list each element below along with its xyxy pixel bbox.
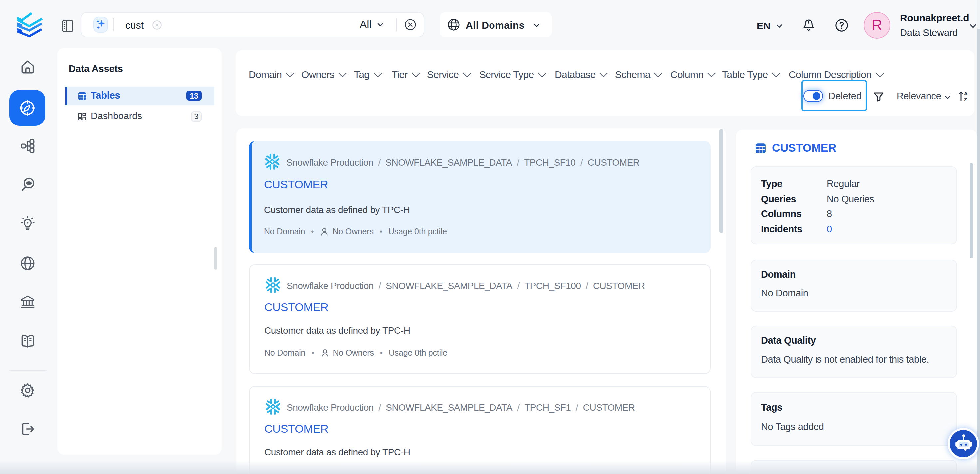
svg-text:Z: Z [964, 97, 967, 102]
svg-text:A: A [964, 91, 968, 96]
